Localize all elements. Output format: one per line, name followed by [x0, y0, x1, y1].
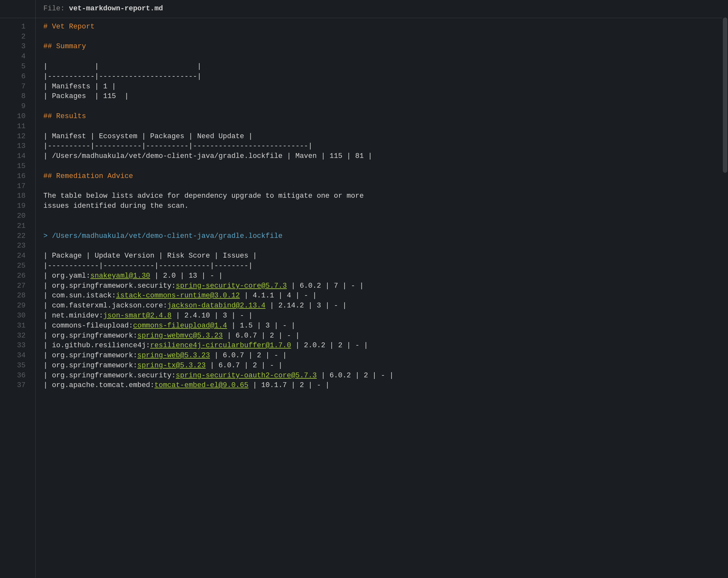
package-row-prefix: | org.springframework:: [43, 351, 137, 359]
code-line: | Package | Update Version | Risk Score …: [43, 251, 720, 261]
package-row-prefix: | org.springframework:: [43, 332, 137, 340]
package-link[interactable]: resilience4j-circularbuffer@1.7.0: [150, 342, 291, 350]
line-number: 31: [0, 321, 35, 331]
line-number: 20: [0, 211, 35, 221]
file-header: File: vet-markdown-report.md: [35, 0, 728, 18]
code-line: | com.sun.istack:istack-commons-runtime@…: [43, 291, 720, 301]
package-row-suffix: | 2.0 | 13 | - |: [150, 272, 223, 280]
scrollbar-thumb[interactable]: [723, 18, 727, 173]
scrollbar-track[interactable]: [722, 16, 728, 578]
code-line: The table below lists advice for depende…: [43, 191, 720, 201]
package-link[interactable]: commons-fileupload@1.4: [133, 322, 227, 330]
line-number-gutter: 1234567891011121314151617181920212223242…: [0, 18, 35, 578]
package-row-prefix: | org.springframework.security:: [43, 282, 176, 290]
package-row-suffix: | 6.0.2 | 7 | - |: [287, 282, 364, 290]
text: | | |: [43, 62, 201, 71]
line-number: 14: [0, 151, 35, 161]
line-number: 26: [0, 271, 35, 281]
line-number: 6: [0, 72, 35, 82]
package-row-suffix: | 2.14.2 | 3 | - |: [266, 302, 347, 310]
code-line: [43, 221, 720, 231]
package-row-suffix: | 4.1.1 | 4 | - |: [240, 292, 317, 300]
package-link[interactable]: spring-security-core@5.7.3: [176, 282, 287, 290]
line-number: 2: [0, 32, 35, 42]
code-line: [43, 102, 720, 112]
code-line: [43, 161, 720, 172]
package-row-prefix: | commons-fileupload:: [43, 322, 133, 330]
code-line: | org.springframework.security:spring-se…: [43, 371, 720, 381]
line-number: 35: [0, 361, 35, 371]
package-row-suffix: | 6.0.7 | 2 | - |: [223, 332, 300, 340]
line-number: 34: [0, 351, 35, 361]
gutter-spacer: [0, 0, 35, 18]
package-row-suffix: | 6.0.7 | 2 | - |: [206, 361, 283, 370]
line-number: 22: [0, 231, 35, 242]
code-line: [43, 32, 720, 42]
code-line: | io.github.resilience4j:resilience4j-ci…: [43, 341, 720, 351]
code-line: | net.minidev:json-smart@2.4.8 | 2.4.10 …: [43, 311, 720, 321]
file-label: File:: [43, 4, 69, 12]
line-number: 27: [0, 281, 35, 291]
package-link[interactable]: spring-tx@5.3.23: [137, 361, 205, 370]
markdown-heading: ## Remediation Advice: [43, 172, 133, 180]
markdown-blockquote: > /Users/madhuakula/vet/demo-client-java…: [43, 232, 283, 240]
package-link[interactable]: tomcat-embed-el@9.0.65: [154, 381, 248, 389]
editor-container: File: vet-markdown-report.md 12345678910…: [0, 0, 728, 578]
text: |------------|------------|------------|…: [43, 262, 253, 270]
code-line: | Packages | 115 |: [43, 92, 720, 102]
package-link[interactable]: jackson-databind@2.13.4: [167, 302, 266, 310]
code-line: # Vet Report: [43, 22, 720, 32]
text: issues identified during the scan.: [43, 202, 189, 210]
text: | Manifest | Ecosystem | Packages | Need…: [43, 132, 253, 141]
line-number: 19: [0, 201, 35, 211]
line-number: 9: [0, 102, 35, 112]
code-line: ## Remediation Advice: [43, 172, 720, 181]
code-line: | org.apache.tomcat.embed:tomcat-embed-e…: [43, 381, 720, 391]
line-number: 25: [0, 261, 35, 271]
code-line: > /Users/madhuakula/vet/demo-client-java…: [43, 231, 720, 242]
file-name: vet-markdown-report.md: [69, 4, 163, 12]
text: The table below lists advice for depende…: [43, 192, 364, 200]
line-number: 15: [0, 161, 35, 172]
file-header-bar: File: vet-markdown-report.md: [0, 0, 728, 18]
line-number: 37: [0, 381, 35, 391]
code-line: [43, 52, 720, 62]
line-number: 11: [0, 122, 35, 132]
text: | Packages | 115 |: [43, 92, 129, 100]
package-link[interactable]: spring-web@5.3.23: [137, 351, 210, 359]
line-number: 13: [0, 142, 35, 151]
line-number: 21: [0, 221, 35, 231]
code-line: [43, 241, 720, 251]
package-link[interactable]: istack-commons-runtime@3.0.12: [116, 292, 240, 300]
text: | /Users/madhuakula/vet/demo-client-java…: [43, 152, 372, 160]
package-row-prefix: | com.sun.istack:: [43, 292, 116, 300]
package-link[interactable]: spring-security-oauth2-core@5.7.3: [176, 372, 317, 380]
package-link[interactable]: snakeyaml@1.30: [90, 272, 150, 280]
code-line: ## Results: [43, 112, 720, 122]
package-row-suffix: | 10.1.7 | 2 | - |: [249, 381, 330, 389]
line-number: 3: [0, 42, 35, 52]
package-row-prefix: | net.minidev:: [43, 312, 103, 320]
markdown-heading: ## Summary: [43, 42, 86, 50]
text: | Package | Update Version | Risk Score …: [43, 252, 257, 260]
markdown-heading: ## Results: [43, 112, 86, 120]
line-number: 10: [0, 112, 35, 122]
package-row-prefix: | org.yaml:: [43, 272, 90, 280]
line-number: 1: [0, 22, 35, 32]
line-number: 28: [0, 291, 35, 301]
code-line: | /Users/madhuakula/vet/demo-client-java…: [43, 151, 720, 161]
code-line: | | |: [43, 62, 720, 72]
code-line: | org.yaml:snakeyaml@1.30 | 2.0 | 13 | -…: [43, 271, 720, 281]
code-line: | Manifest | Ecosystem | Packages | Need…: [43, 132, 720, 142]
package-row-prefix: | org.springframework:: [43, 361, 137, 370]
line-number: 7: [0, 82, 35, 92]
package-link[interactable]: spring-webmvc@5.3.23: [137, 332, 223, 340]
code-line: issues identified during the scan.: [43, 201, 720, 211]
code-content[interactable]: # Vet Report ## Summary | | ||----------…: [35, 18, 728, 578]
code-line: | Manifests | 1 |: [43, 82, 720, 92]
code-line: | org.springframework:spring-tx@5.3.23 |…: [43, 361, 720, 371]
package-link[interactable]: json-smart@2.4.8: [103, 312, 172, 320]
package-row-suffix: | 6.0.2 | 2 | - |: [317, 372, 394, 380]
line-number: 8: [0, 92, 35, 102]
line-number: 36: [0, 371, 35, 381]
